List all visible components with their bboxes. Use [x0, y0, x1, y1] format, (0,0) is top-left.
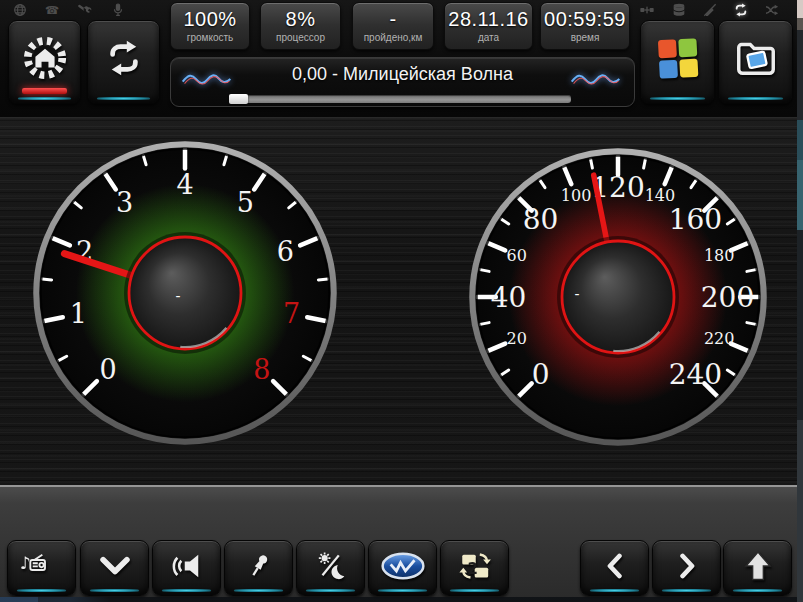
svg-text:60: 60 — [507, 246, 527, 265]
taskbar-edge — [0, 597, 797, 602]
chevron-right-icon — [672, 551, 702, 581]
svg-text:3: 3 — [116, 187, 133, 218]
status-value: 100% — [183, 8, 236, 30]
day-night-button[interactable] — [296, 540, 365, 596]
music-radio-icon: ♪ — [17, 548, 49, 580]
status-label: пройдено,км — [364, 32, 423, 44]
home-burst-icon — [22, 35, 68, 81]
tachometer-gauge: 012345678 - — [32, 140, 338, 450]
status-label: время — [571, 32, 600, 44]
svg-text:☎: ☎ — [45, 3, 59, 17]
status-value: 8% — [286, 8, 316, 30]
pin-button[interactable] — [224, 540, 293, 596]
wrench-icon — [74, 2, 94, 18]
svg-text:1: 1 — [70, 298, 87, 329]
red-indicator — [22, 88, 66, 94]
background-window-edge — [797, 0, 803, 602]
svg-text:8: 8 — [253, 354, 270, 385]
svg-text:0: 0 — [100, 354, 117, 385]
button-glowline — [662, 589, 712, 592]
gauge-hub — [129, 237, 241, 349]
home-button[interactable] — [8, 20, 81, 104]
svg-text:7: 7 — [283, 298, 300, 329]
arrow-up-icon — [740, 548, 776, 584]
button-glowline — [162, 589, 212, 592]
button-glowline — [378, 589, 428, 592]
repeat-icon — [731, 2, 751, 18]
media-progress-bar[interactable] — [229, 95, 571, 103]
speedometer-gauge: 020406080100120140160180200220240 - — [468, 147, 768, 451]
windows-logo-icon — [653, 33, 703, 83]
svg-text:240: 240 — [669, 358, 722, 391]
button-glowline — [97, 97, 150, 100]
windows-button[interactable] — [640, 20, 715, 104]
chevron-left-icon — [600, 551, 630, 581]
media-bar: 0,00 - Милицейская Волна — [170, 57, 635, 107]
up-button[interactable] — [723, 540, 792, 596]
status-value: 00:59:59 — [544, 8, 626, 30]
button-glowline — [450, 589, 500, 592]
button-glowline — [733, 589, 783, 592]
status-label: дата — [478, 32, 499, 44]
status-label: громкость — [187, 32, 233, 44]
lada-button[interactable] — [368, 540, 437, 596]
screen-button[interactable] — [718, 20, 793, 104]
svg-text:20: 20 — [507, 329, 527, 348]
gauge-value: - — [176, 287, 181, 304]
status-box[interactable]: 28.11.16дата — [444, 2, 533, 50]
button-glowline — [728, 97, 782, 100]
carpc-dashboard: 0,00 - Милицейская Волна 012345678 - 020… — [0, 0, 803, 602]
status-label: процессор — [276, 32, 325, 44]
status-value: - — [389, 8, 396, 30]
station-logo-right — [568, 66, 624, 90]
mic-icon — [108, 2, 128, 18]
progress-thumb[interactable] — [229, 94, 248, 104]
next-button[interactable] — [652, 540, 721, 596]
svg-text:5: 5 — [237, 187, 254, 218]
svg-text:80: 80 — [523, 203, 559, 236]
svg-text:0: 0 — [532, 358, 550, 391]
svg-text:4: 4 — [176, 169, 193, 200]
status-value: 28.11.16 — [448, 8, 528, 30]
button-glowline — [650, 97, 704, 100]
connection-icon — [637, 2, 657, 18]
repeat-button[interactable] — [87, 20, 160, 104]
pin-icon — [243, 550, 275, 582]
svg-text:200: 200 — [701, 281, 754, 314]
folder-display-icon — [733, 35, 779, 81]
button-glowline — [234, 589, 284, 592]
gauge-value: - — [575, 285, 580, 302]
pencil-slash-icon — [700, 2, 720, 18]
media-title: 0,00 - Милицейская Волна — [171, 64, 634, 85]
volume-button[interactable] — [152, 540, 221, 596]
lada-logo-icon — [380, 551, 426, 581]
status-box[interactable]: 00:59:59время — [540, 2, 630, 50]
collapse-button[interactable] — [80, 540, 149, 596]
phone-icon: ☎ — [42, 2, 62, 18]
status-box[interactable]: 100%громкость — [170, 2, 250, 50]
button-glowline — [590, 589, 640, 592]
svg-text:2: 2 — [467, 560, 477, 578]
chevron-down-icon — [96, 547, 134, 585]
svg-text:220: 220 — [704, 329, 735, 348]
globe-icon — [10, 2, 30, 18]
music-source-button[interactable]: ♪ — [7, 540, 76, 596]
shuffle-icon — [762, 2, 782, 18]
status-box[interactable]: 8%процессор — [260, 2, 341, 50]
svg-text:6: 6 — [277, 236, 294, 267]
database-icon — [669, 2, 689, 18]
button-glowline — [306, 589, 356, 592]
swap-screens-icon: 2 — [457, 548, 493, 584]
prev-button[interactable] — [580, 540, 649, 596]
swap-screens-button[interactable]: 2 — [440, 540, 509, 596]
repeat-large-icon — [103, 37, 145, 79]
svg-text:40: 40 — [491, 281, 527, 314]
speaker-icon — [169, 548, 205, 584]
button-glowline — [18, 97, 71, 100]
status-box[interactable]: -пройдено,км — [352, 2, 434, 50]
button-glowline — [90, 589, 140, 592]
svg-text:160: 160 — [669, 203, 722, 236]
day-night-icon — [314, 549, 348, 583]
button-glowline — [17, 589, 67, 592]
svg-text:♪: ♪ — [20, 553, 31, 573]
